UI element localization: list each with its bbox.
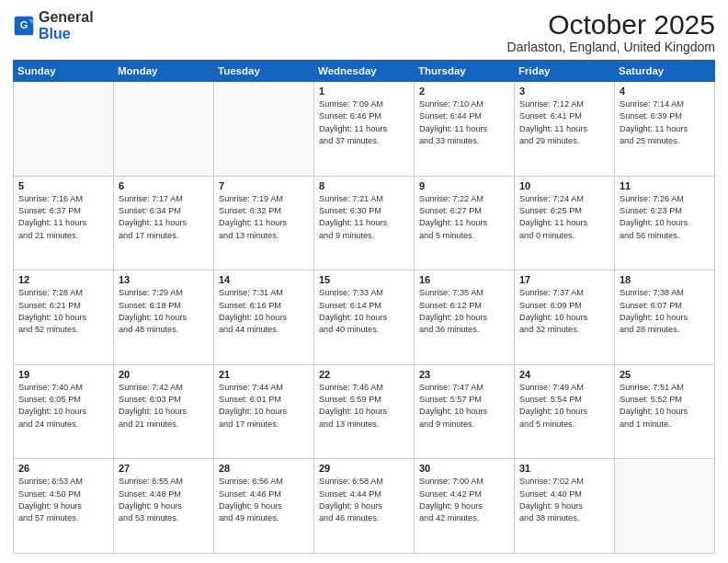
day-number: 21 [219, 369, 309, 380]
calendar-cell: 27Sunrise: 6:55 AMSunset: 4:48 PMDayligh… [114, 459, 214, 554]
calendar-cell: 10Sunrise: 7:24 AMSunset: 6:25 PMDayligh… [515, 176, 615, 270]
day-number: 24 [519, 369, 609, 380]
day-info: Sunrise: 6:56 AMSunset: 4:46 PMDaylight:… [219, 476, 309, 524]
calendar-cell: 1Sunrise: 7:09 AMSunset: 6:46 PMDaylight… [314, 82, 415, 177]
day-info: Sunrise: 6:55 AMSunset: 4:48 PMDaylight:… [119, 476, 209, 524]
day-info: Sunrise: 7:31 AMSunset: 6:16 PMDaylight:… [219, 287, 309, 336]
day-info: Sunrise: 7:44 AMSunset: 6:01 PMDaylight:… [219, 382, 309, 431]
calendar-cell: 6Sunrise: 7:17 AMSunset: 6:34 PMDaylight… [114, 176, 214, 270]
calendar-cell: 28Sunrise: 6:56 AMSunset: 4:46 PMDayligh… [214, 459, 314, 554]
day-number: 26 [18, 463, 108, 474]
calendar-week-5: 26Sunrise: 6:53 AMSunset: 4:50 PMDayligh… [14, 459, 715, 554]
day-number: 16 [419, 274, 509, 285]
calendar-cell: 23Sunrise: 7:47 AMSunset: 5:57 PMDayligh… [415, 364, 515, 459]
day-number: 25 [620, 369, 710, 380]
day-info: Sunrise: 7:00 AMSunset: 4:42 PMDaylight:… [419, 476, 509, 524]
day-number: 29 [319, 463, 409, 474]
calendar-cell: 29Sunrise: 6:58 AMSunset: 4:44 PMDayligh… [314, 459, 415, 554]
calendar-cell: 17Sunrise: 7:37 AMSunset: 6:09 PMDayligh… [515, 270, 615, 365]
logo-text: General Blue [39, 9, 94, 41]
day-number: 30 [419, 463, 509, 474]
svg-text:G: G [20, 19, 28, 30]
day-number: 19 [18, 369, 108, 380]
calendar-cell [615, 459, 715, 554]
calendar-cell: 18Sunrise: 7:38 AMSunset: 6:07 PMDayligh… [615, 270, 715, 365]
calendar-cell: 7Sunrise: 7:19 AMSunset: 6:32 PMDaylight… [214, 176, 314, 270]
day-number: 9 [419, 180, 509, 191]
calendar-cell: 21Sunrise: 7:44 AMSunset: 6:01 PMDayligh… [214, 364, 314, 459]
day-info: Sunrise: 7:51 AMSunset: 5:52 PMDaylight:… [620, 382, 710, 431]
day-info: Sunrise: 7:28 AMSunset: 6:21 PMDaylight:… [18, 287, 108, 336]
day-number: 27 [119, 463, 209, 474]
day-number: 13 [119, 274, 209, 285]
day-info: Sunrise: 7:22 AMSunset: 6:27 PMDaylight:… [419, 193, 509, 242]
calendar-cell: 12Sunrise: 7:28 AMSunset: 6:21 PMDayligh… [14, 270, 114, 365]
calendar-cell: 9Sunrise: 7:22 AMSunset: 6:27 PMDaylight… [415, 176, 515, 270]
day-info: Sunrise: 7:46 AMSunset: 5:59 PMDaylight:… [319, 382, 409, 431]
calendar-cell: 13Sunrise: 7:29 AMSunset: 6:18 PMDayligh… [114, 270, 214, 365]
day-number: 11 [620, 180, 710, 191]
day-number: 1 [319, 86, 409, 97]
col-wednesday: Wednesday [314, 61, 415, 82]
calendar-cell: 19Sunrise: 7:40 AMSunset: 6:05 PMDayligh… [14, 364, 114, 459]
col-sunday: Sunday [14, 61, 114, 82]
col-friday: Friday [515, 61, 615, 82]
logo-icon: G [13, 15, 35, 37]
calendar-cell: 25Sunrise: 7:51 AMSunset: 5:52 PMDayligh… [615, 364, 715, 459]
day-number: 17 [519, 274, 609, 285]
col-thursday: Thursday [415, 61, 515, 82]
day-info: Sunrise: 7:12 AMSunset: 6:41 PMDaylight:… [519, 98, 609, 147]
calendar-cell: 22Sunrise: 7:46 AMSunset: 5:59 PMDayligh… [314, 364, 415, 459]
day-info: Sunrise: 7:24 AMSunset: 6:25 PMDaylight:… [519, 193, 609, 242]
day-info: Sunrise: 7:37 AMSunset: 6:09 PMDaylight:… [519, 287, 609, 336]
calendar-table: Sunday Monday Tuesday Wednesday Thursday… [13, 60, 715, 554]
day-number: 6 [119, 180, 209, 191]
day-info: Sunrise: 7:49 AMSunset: 5:54 PMDaylight:… [519, 382, 609, 431]
page: G General Blue October 2025 Darlaston, E… [0, 0, 728, 563]
calendar-week-2: 5Sunrise: 7:16 AMSunset: 6:37 PMDaylight… [14, 176, 715, 270]
day-info: Sunrise: 7:26 AMSunset: 6:23 PMDaylight:… [620, 193, 710, 242]
calendar-cell: 3Sunrise: 7:12 AMSunset: 6:41 PMDaylight… [515, 82, 615, 177]
location-text: Darlaston, England, United Kingdom [507, 40, 715, 54]
calendar-cell: 14Sunrise: 7:31 AMSunset: 6:16 PMDayligh… [214, 270, 314, 365]
calendar-week-3: 12Sunrise: 7:28 AMSunset: 6:21 PMDayligh… [14, 270, 715, 365]
calendar-cell: 15Sunrise: 7:33 AMSunset: 6:14 PMDayligh… [314, 270, 415, 365]
header: G General Blue October 2025 Darlaston, E… [13, 9, 715, 54]
day-info: Sunrise: 7:09 AMSunset: 6:46 PMDaylight:… [319, 98, 409, 147]
day-number: 8 [319, 180, 409, 191]
day-number: 15 [319, 274, 409, 285]
month-year-title: October 2025 [507, 9, 715, 40]
calendar-cell: 31Sunrise: 7:02 AMSunset: 4:40 PMDayligh… [515, 459, 615, 554]
day-number: 14 [219, 274, 309, 285]
calendar-cell: 2Sunrise: 7:10 AMSunset: 6:44 PMDaylight… [415, 82, 515, 177]
calendar-cell [214, 82, 314, 177]
day-number: 5 [18, 180, 108, 191]
calendar-cell: 16Sunrise: 7:35 AMSunset: 6:12 PMDayligh… [415, 270, 515, 365]
day-info: Sunrise: 7:19 AMSunset: 6:32 PMDaylight:… [219, 193, 309, 242]
day-info: Sunrise: 7:38 AMSunset: 6:07 PMDaylight:… [620, 287, 710, 336]
calendar-cell [114, 82, 214, 177]
calendar-cell: 30Sunrise: 7:00 AMSunset: 4:42 PMDayligh… [415, 459, 515, 554]
day-number: 4 [620, 86, 710, 97]
day-info: Sunrise: 7:29 AMSunset: 6:18 PMDaylight:… [119, 287, 209, 336]
col-tuesday: Tuesday [214, 61, 314, 82]
day-number: 7 [219, 180, 309, 191]
day-info: Sunrise: 7:16 AMSunset: 6:37 PMDaylight:… [18, 193, 108, 242]
day-number: 22 [319, 369, 409, 380]
title-block: October 2025 Darlaston, England, United … [507, 9, 715, 54]
day-info: Sunrise: 7:21 AMSunset: 6:30 PMDaylight:… [319, 193, 409, 242]
calendar-cell: 5Sunrise: 7:16 AMSunset: 6:37 PMDaylight… [14, 176, 114, 270]
day-number: 2 [419, 86, 509, 97]
day-info: Sunrise: 7:42 AMSunset: 6:03 PMDaylight:… [119, 382, 209, 431]
logo: G General Blue [13, 9, 94, 41]
day-number: 3 [519, 86, 609, 97]
calendar-cell: 20Sunrise: 7:42 AMSunset: 6:03 PMDayligh… [114, 364, 214, 459]
day-number: 12 [18, 274, 108, 285]
col-saturday: Saturday [615, 61, 715, 82]
calendar-cell: 24Sunrise: 7:49 AMSunset: 5:54 PMDayligh… [515, 364, 615, 459]
logo-blue-text: Blue [39, 26, 71, 41]
day-info: Sunrise: 7:02 AMSunset: 4:40 PMDaylight:… [519, 476, 609, 524]
logo-general-text: General [39, 9, 94, 25]
day-number: 18 [620, 274, 710, 285]
day-info: Sunrise: 7:10 AMSunset: 6:44 PMDaylight:… [419, 98, 509, 147]
